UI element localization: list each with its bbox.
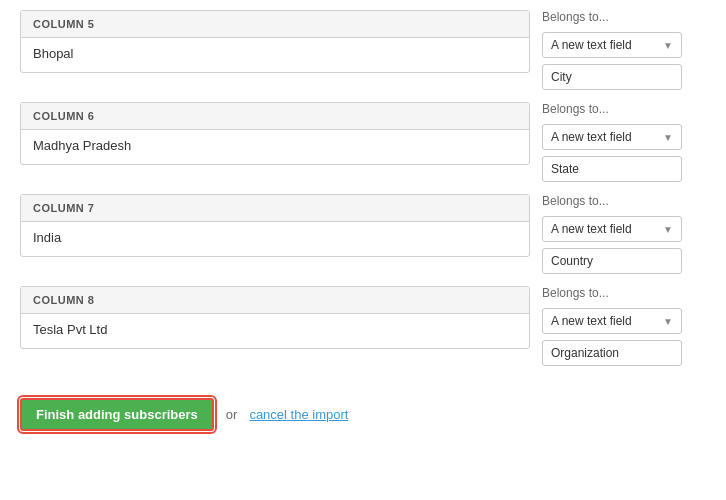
belongs-dropdown-col7[interactable]: A new text field ▼	[542, 216, 682, 242]
chevron-down-icon-col5: ▼	[663, 40, 673, 51]
row-pair-col8: COLUMN 8 Tesla Pvt Ltd Belongs to... A n…	[20, 286, 706, 366]
cancel-link[interactable]: cancel the import	[249, 407, 348, 422]
chevron-down-icon-col7: ▼	[663, 224, 673, 235]
belongs-dropdown-value-col6: A new text field	[551, 130, 632, 144]
or-text: or	[226, 407, 238, 422]
column-value-col7: India	[21, 222, 529, 256]
field-input-col5[interactable]	[542, 64, 682, 90]
column-box-col8: COLUMN 8 Tesla Pvt Ltd	[20, 286, 530, 349]
belongs-box-col7: Belongs to... A new text field ▼	[542, 194, 682, 274]
page-container: COLUMN 5 Bhopal Belongs to... A new text…	[0, 0, 726, 451]
column-header-col5: COLUMN 5	[21, 11, 529, 38]
chevron-down-icon-col6: ▼	[663, 132, 673, 143]
chevron-down-icon-col8: ▼	[663, 316, 673, 327]
column-header-col7: COLUMN 7	[21, 195, 529, 222]
belongs-box-col5: Belongs to... A new text field ▼	[542, 10, 682, 90]
belongs-dropdown-col6[interactable]: A new text field ▼	[542, 124, 682, 150]
belongs-box-col8: Belongs to... A new text field ▼	[542, 286, 682, 366]
belongs-box-col6: Belongs to... A new text field ▼	[542, 102, 682, 182]
field-input-col7[interactable]	[542, 248, 682, 274]
field-input-col8[interactable]	[542, 340, 682, 366]
finish-button[interactable]: Finish adding subscribers	[20, 398, 214, 431]
belongs-dropdown-value-col7: A new text field	[551, 222, 632, 236]
belongs-label-col6: Belongs to...	[542, 102, 682, 116]
column-value-col6: Madhya Pradesh	[21, 130, 529, 164]
column-header-col6: COLUMN 6	[21, 103, 529, 130]
belongs-label-col7: Belongs to...	[542, 194, 682, 208]
belongs-label-col5: Belongs to...	[542, 10, 682, 24]
belongs-dropdown-col8[interactable]: A new text field ▼	[542, 308, 682, 334]
row-pair-col5: COLUMN 5 Bhopal Belongs to... A new text…	[20, 10, 706, 90]
column-box-col6: COLUMN 6 Madhya Pradesh	[20, 102, 530, 165]
footer-row: Finish adding subscribers or cancel the …	[20, 398, 706, 431]
column-box-col5: COLUMN 5 Bhopal	[20, 10, 530, 73]
belongs-dropdown-value-col8: A new text field	[551, 314, 632, 328]
row-pair-col6: COLUMN 6 Madhya Pradesh Belongs to... A …	[20, 102, 706, 182]
column-header-col8: COLUMN 8	[21, 287, 529, 314]
column-box-col7: COLUMN 7 India	[20, 194, 530, 257]
belongs-label-col8: Belongs to...	[542, 286, 682, 300]
column-value-col5: Bhopal	[21, 38, 529, 72]
field-input-col6[interactable]	[542, 156, 682, 182]
belongs-dropdown-col5[interactable]: A new text field ▼	[542, 32, 682, 58]
row-pair-col7: COLUMN 7 India Belongs to... A new text …	[20, 194, 706, 274]
belongs-dropdown-value-col5: A new text field	[551, 38, 632, 52]
column-value-col8: Tesla Pvt Ltd	[21, 314, 529, 348]
rows-container: COLUMN 5 Bhopal Belongs to... A new text…	[20, 10, 706, 378]
